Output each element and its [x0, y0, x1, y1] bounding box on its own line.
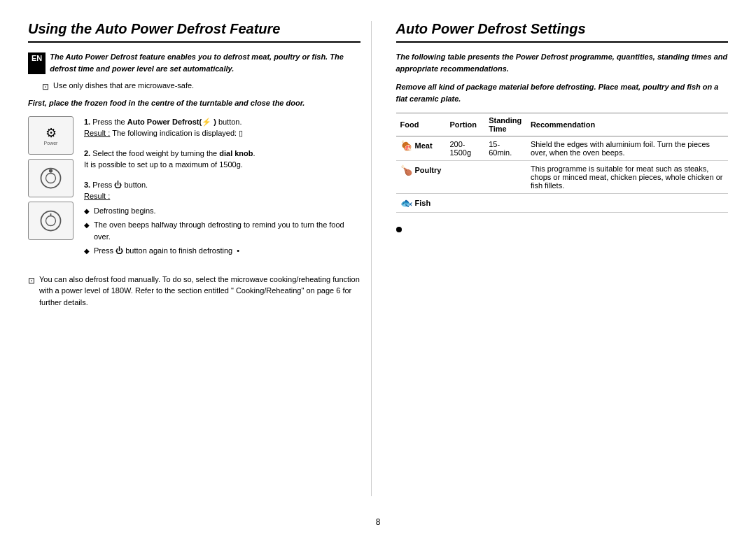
poultry-recommendation: This programme is suitable for meat such… [526, 161, 728, 194]
bullet-end-dot: • [237, 245, 239, 257]
left-column: Using the Auto Power Defrost Feature EN … [28, 21, 372, 496]
fish-label: Fish [415, 199, 431, 207]
fish-standing-time [484, 194, 526, 213]
step-1-result-text: The following indication is displayed: ▯ [112, 129, 243, 137]
icons-column: ⚙ Power [28, 116, 77, 265]
bullet-circle [396, 227, 402, 232]
power-defrost-button-icon: ⚙ Power [28, 116, 74, 155]
step-2: 2. Select the food weight by turning the… [84, 148, 360, 171]
turntable-instruction: First, place the frozen food in the cent… [28, 97, 360, 109]
right-intro-text: The following table presents the Power D… [396, 51, 729, 74]
bullet-text-2: The oven beeps halfway through defrostin… [94, 219, 360, 242]
right-bottom-bullet [396, 227, 729, 232]
col-standing-time: Standing Time [484, 113, 526, 136]
svg-point-4 [46, 216, 56, 225]
fish-recommendation [526, 194, 728, 213]
step-3-result-label: Result : [84, 192, 110, 200]
step-3: 3. Press ⏻ button. Result : ◆ Defrosting… [84, 179, 360, 257]
meat-standing-time: 15-60min. [484, 136, 526, 161]
meat-portion: 200-1500g [445, 136, 484, 161]
left-section-title: Using the Auto Power Defrost Feature [28, 21, 360, 43]
food-meat: 🍖 Meat [396, 136, 446, 161]
right-section-title: Auto Power Defrost Settings [396, 21, 729, 43]
table-header-row: Food Portion Standing Time Recommendatio… [396, 113, 729, 136]
step-2-number: 2. [84, 149, 90, 157]
page-number: 8 [0, 510, 756, 534]
step-1-bold: Auto Power Defrost(⚡ ) [127, 118, 216, 126]
table-row-poultry: 🍗 Poultry This programme is suitable for… [396, 161, 729, 194]
step-2-detail: It is possible to set up to a maximum of… [84, 160, 243, 169]
defrost-table: Food Portion Standing Time Recommendatio… [396, 113, 729, 213]
meat-recommendation: Shield the edges with aluminium foil. Tu… [526, 136, 728, 161]
meat-icon: 🍖 [400, 140, 412, 151]
note-block-1: ⊡ Use only dishes that are microwave-saf… [42, 81, 360, 92]
step-1-number: 1. [84, 118, 90, 126]
col-recommendation: Recommendation [526, 113, 728, 136]
food-poultry: 🍗 Poultry [396, 161, 446, 194]
meat-label: Meat [415, 141, 433, 150]
dial-knob-icon [28, 159, 74, 197]
note-icon-2: ⊡ [28, 274, 35, 287]
fish-icon: 🐟 [400, 197, 412, 209]
fish-portion [445, 194, 484, 213]
poultry-label: Poultry [415, 166, 442, 174]
food-fish: 🐟 Fish [396, 194, 446, 213]
poultry-icon: 🍗 [400, 164, 412, 176]
svg-point-1 [46, 173, 56, 183]
steps-text: 1. Press the Auto Power Defrost(⚡ ) butt… [84, 116, 360, 265]
note-text-1: Use only dishes that are microwave-safe. [53, 81, 194, 90]
bullet-defrosting-begins: ◆ Defrosting begins. [84, 205, 360, 217]
en-badge: EN [28, 52, 46, 74]
diamond-icon-3: ◆ [84, 246, 90, 256]
intro-block: EN The Auto Power Defrost feature enable… [28, 51, 360, 74]
bottom-note-text: You can also defrost food manually. To d… [39, 274, 360, 309]
step-3-number: 3. [84, 181, 90, 189]
bullet-beeps-halfway: ◆ The oven beeps halfway through defrost… [84, 219, 360, 242]
intro-text: The Auto Power Defrost feature enables y… [50, 51, 360, 74]
diamond-icon-2: ◆ [84, 220, 90, 230]
bullet-text-3: Press ⏻ button again to finish defrostin… [94, 245, 232, 257]
right-column: Auto Power Defrost Settings The followin… [386, 21, 729, 496]
poultry-standing-time [484, 161, 526, 194]
step-1: 1. Press the Auto Power Defrost(⚡ ) butt… [84, 116, 360, 139]
start-button-icon [28, 202, 74, 240]
bullet-press-again: ◆ Press ⏻ button again to finish defrost… [84, 245, 360, 257]
steps-area: ⚙ Power [28, 116, 360, 265]
poultry-portion [445, 161, 484, 194]
remove-text: Remove all kind of package material befo… [396, 81, 729, 104]
diamond-icon-1: ◆ [84, 206, 90, 216]
step-1-result-label: Result : [84, 129, 110, 137]
col-food: Food [396, 113, 446, 136]
table-row-meat: 🍖 Meat 200-1500g 15-60min. Shield the ed… [396, 136, 729, 161]
table-row-fish: 🐟 Fish [396, 194, 729, 213]
col-portion: Portion [445, 113, 484, 136]
bottom-note: ⊡ You can also defrost food manually. To… [28, 274, 360, 309]
svg-point-2 [49, 169, 52, 172]
bullet-text-1: Defrosting begins. [94, 205, 156, 217]
step-2-bold: dial knob [219, 149, 253, 157]
microwave-safe-icon: ⊡ [42, 82, 49, 92]
